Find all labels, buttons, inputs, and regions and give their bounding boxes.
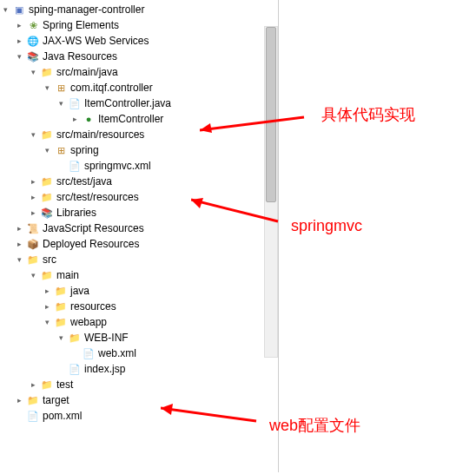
src-test-resources[interactable]: ▸📁src/test/resources <box>0 189 278 205</box>
deployed-resources[interactable]: ▸📦Deployed Resources <box>0 236 278 252</box>
src-main-java[interactable]: ▾📁src/main/java <box>0 64 278 80</box>
toggle-icon[interactable]: ▸ <box>14 20 24 30</box>
tree-item-label: com.itqf.controller <box>70 82 153 94</box>
toggle-icon[interactable]: ▸ <box>28 379 38 390</box>
lib-icon: 📚 <box>40 206 54 220</box>
toggle-icon[interactable]: ▾ <box>28 129 38 140</box>
toggle-icon[interactable]: ▾ <box>42 317 52 327</box>
folder-icon: 📁 <box>54 315 68 329</box>
tree-item-label: JAX-WS Web Services <box>43 35 149 47</box>
annotation-3: web配置文件 <box>269 415 360 436</box>
toggle-icon[interactable]: ▾ <box>14 51 24 62</box>
toggle-icon[interactable]: ▾ <box>0 4 10 15</box>
src-test-java[interactable]: ▸📁src/test/java <box>0 174 278 189</box>
tree-item-label: resources <box>70 300 116 313</box>
folder-icon: 📁 <box>26 393 40 407</box>
js-resources[interactable]: ▸📜JavaScript Resources <box>0 221 278 236</box>
tree-scrollbar[interactable] <box>264 26 278 358</box>
pkg-folder-icon: 📁 <box>40 174 54 188</box>
tree-item-label: spring <box>70 144 99 156</box>
tree-item-label: src/main/java <box>56 66 118 78</box>
target-folder[interactable]: ▸📁target <box>0 392 278 408</box>
toggle-icon[interactable]: ▸ <box>42 286 52 296</box>
java-folder[interactable]: ▸📁java <box>0 283 278 299</box>
spring-elements[interactable]: ▸❀Spring Elements <box>0 17 278 33</box>
web-xml[interactable]: 📄web.xml <box>0 346 278 361</box>
tree-item-label: Libraries <box>56 207 96 219</box>
annotation-1: 具体代码实现 <box>321 104 415 125</box>
pkg-folder-icon: 📁 <box>40 65 54 79</box>
toggle-icon[interactable]: ▾ <box>28 67 38 77</box>
globe-icon: 🌐 <box>26 34 40 48</box>
pkg-spring[interactable]: ▾⊞spring <box>0 142 278 158</box>
resources-folder[interactable]: ▸📁resources <box>0 299 278 314</box>
tree-item-label: JavaScript Resources <box>43 222 144 234</box>
folder-icon: 📁 <box>68 331 82 345</box>
tree-item-label: test <box>56 379 73 391</box>
springmvc-xml[interactable]: 📄springmvc.xml <box>0 158 278 174</box>
xml-icon: 📄 <box>26 409 40 423</box>
toggle-icon[interactable]: ▸ <box>69 114 80 124</box>
java-icon: 📄 <box>68 362 82 376</box>
project-explorer-tree[interactable]: ▾▣sping-manager-controller▸❀Spring Eleme… <box>0 0 279 472</box>
index-jsp[interactable]: 📄index.jsp <box>0 361 278 377</box>
pom-xml[interactable]: 📄pom.xml <box>0 408 278 424</box>
webapp-folder[interactable]: ▾📁webapp <box>0 314 278 330</box>
xml-icon: 📄 <box>68 159 82 173</box>
test-folder[interactable]: ▸📁test <box>0 377 278 392</box>
tree-item-label: Spring Elements <box>43 19 119 31</box>
toggle-icon[interactable]: ▾ <box>56 332 66 343</box>
itemcontroller-java[interactable]: ▾📄ItemController.java <box>0 95 278 111</box>
toggle-icon[interactable]: ▸ <box>14 239 24 249</box>
webinf-folder[interactable]: ▾📁WEB-INF <box>0 330 278 346</box>
tree-item-label: src/main/resources <box>56 128 144 141</box>
tree-item-label: index.jsp <box>84 363 125 375</box>
pkg-controller[interactable]: ▾⊞com.itqf.controller <box>0 80 278 95</box>
pkg-folder-icon: 📁 <box>40 190 54 204</box>
toggle-icon[interactable]: ▾ <box>28 270 38 280</box>
src-main-resources[interactable]: ▾📁src/main/resources <box>0 127 278 142</box>
toggle-icon[interactable]: ▾ <box>42 145 52 155</box>
toggle-icon[interactable]: ▸ <box>28 176 38 187</box>
main-folder[interactable]: ▾📁main <box>0 267 278 283</box>
tree-item-label: java <box>70 285 89 297</box>
pkg-icon: ⊞ <box>54 143 68 157</box>
toggle-icon[interactable]: ▸ <box>28 207 38 218</box>
toggle-icon[interactable]: ▾ <box>14 254 24 265</box>
toggle-icon[interactable]: ▾ <box>56 98 66 109</box>
jaxws[interactable]: ▸🌐JAX-WS Web Services <box>0 33 278 49</box>
toggle-icon[interactable]: ▸ <box>28 192 38 202</box>
tree-item-label: WEB-INF <box>84 332 129 344</box>
libraries[interactable]: ▸📚Libraries <box>0 205 278 221</box>
lib-icon: 📚 <box>26 49 40 63</box>
folder-icon: 📁 <box>40 268 54 282</box>
project-root[interactable]: ▾▣sping-manager-controller <box>0 2 278 17</box>
src-folder[interactable]: ▾📁src <box>0 252 278 267</box>
annotation-2: springmvc <box>291 217 362 235</box>
toggle-icon[interactable]: ▸ <box>42 301 52 312</box>
toggle-icon[interactable]: ▸ <box>14 223 24 234</box>
toggle-icon[interactable]: ▾ <box>42 82 52 93</box>
tree-item-label: ItemController.java <box>84 97 171 109</box>
tree-item-label: src/test/resources <box>56 191 139 203</box>
pkg-icon: ⊞ <box>54 81 68 95</box>
folder-icon: 📁 <box>54 300 68 313</box>
java-icon: 📄 <box>68 96 82 110</box>
tree-item-label: src <box>43 253 56 266</box>
tree-item-label: target <box>43 394 69 406</box>
spring-el-icon: ❀ <box>26 18 40 32</box>
tree-item-label: webapp <box>70 316 107 328</box>
tree-item-label: springmvc.xml <box>84 160 151 172</box>
itemcontroller-class[interactable]: ▸●ItemController <box>0 111 278 127</box>
scrollbar-thumb[interactable] <box>266 27 276 202</box>
pkg-folder-icon: 📁 <box>40 128 54 142</box>
toggle-icon[interactable]: ▸ <box>14 395 24 405</box>
toggle-icon[interactable]: ▸ <box>14 36 24 46</box>
xml-icon: 📄 <box>82 346 96 360</box>
folder-icon: 📁 <box>26 253 40 267</box>
deploy-icon: 📦 <box>26 237 40 251</box>
java-resources[interactable]: ▾📚Java Resources <box>0 49 278 64</box>
tree-item-label: Deployed Resources <box>43 238 139 250</box>
tree-item-label: src/test/java <box>56 175 112 188</box>
tree-item-label: main <box>56 269 79 281</box>
